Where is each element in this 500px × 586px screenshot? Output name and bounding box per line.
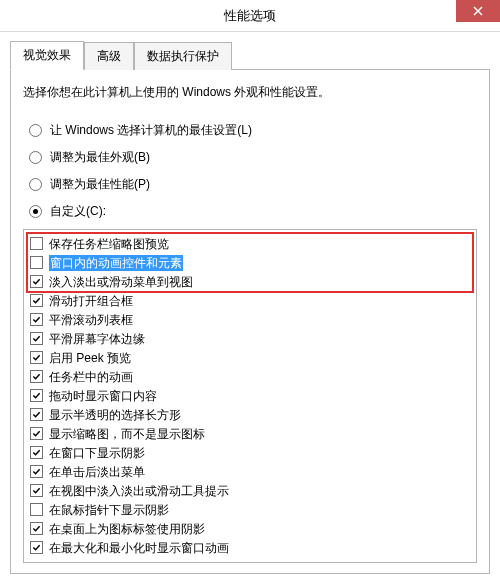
window-title: 性能选项 — [224, 7, 276, 25]
checkbox[interactable] — [30, 237, 43, 250]
effects-checklist[interactable]: 保存任务栏缩略图预览窗口内的动画控件和元素淡入淡出或滑动菜单到视图滑动打开组合框… — [23, 229, 477, 563]
tab-panel-visual-effects: 选择你想在此计算机上使用的 Windows 外观和性能设置。 让 Windows… — [10, 70, 490, 574]
tab-strip: 视觉效果高级数据执行保护 — [10, 40, 490, 70]
check-label: 在最大化和最小化时显示窗口动画 — [49, 540, 229, 556]
close-button[interactable] — [456, 0, 500, 22]
check-label: 显示半透明的选择长方形 — [49, 407, 181, 423]
checkbox[interactable] — [30, 408, 43, 421]
radio-indicator[interactable] — [29, 178, 42, 191]
check-label: 淡入淡出或滑动菜单到视图 — [49, 274, 193, 290]
check-label: 启用 Peek 预览 — [49, 350, 131, 366]
check-row-13[interactable]: 在视图中淡入淡出或滑动工具提示 — [28, 481, 472, 500]
tab-1[interactable]: 高级 — [84, 42, 134, 70]
check-label: 保存任务栏缩略图预览 — [49, 236, 169, 252]
check-row-12[interactable]: 在单击后淡出菜单 — [28, 462, 472, 481]
radio-label: 自定义(C): — [50, 203, 106, 220]
check-label: 平滑滚动列表框 — [49, 312, 133, 328]
annotation-highlight-box: 保存任务栏缩略图预览窗口内的动画控件和元素淡入淡出或滑动菜单到视图 — [26, 232, 474, 293]
check-label: 显示缩略图，而不是显示图标 — [49, 426, 205, 442]
checkbox[interactable] — [30, 484, 43, 497]
check-row-14[interactable]: 在鼠标指针下显示阴影 — [28, 500, 472, 519]
check-label: 平滑屏幕字体边缘 — [49, 331, 145, 347]
radio-label: 调整为最佳性能(P) — [50, 176, 150, 193]
check-row-10[interactable]: 显示缩略图，而不是显示图标 — [28, 424, 472, 443]
radio-option-2[interactable]: 调整为最佳性能(P) — [29, 171, 477, 198]
radio-option-3[interactable]: 自定义(C): — [29, 198, 477, 225]
check-row-0[interactable]: 保存任务栏缩略图预览 — [28, 234, 472, 253]
check-label: 拖动时显示窗口内容 — [49, 388, 157, 404]
titlebar: 性能选项 — [0, 0, 500, 32]
content-area: 视觉效果高级数据执行保护 选择你想在此计算机上使用的 Windows 外观和性能… — [0, 32, 500, 574]
check-label: 在鼠标指针下显示阴影 — [49, 502, 169, 518]
checkbox[interactable] — [30, 294, 43, 307]
check-row-7[interactable]: 任务栏中的动画 — [28, 367, 472, 386]
close-icon — [473, 6, 483, 16]
radio-label: 让 Windows 选择计算机的最佳设置(L) — [50, 122, 252, 139]
radio-indicator[interactable] — [29, 205, 42, 218]
check-row-5[interactable]: 平滑屏幕字体边缘 — [28, 329, 472, 348]
checkbox[interactable] — [30, 541, 43, 554]
radio-indicator[interactable] — [29, 124, 42, 137]
check-label: 滑动打开组合框 — [49, 293, 133, 309]
checkbox[interactable] — [30, 332, 43, 345]
radio-option-1[interactable]: 调整为最佳外观(B) — [29, 144, 477, 171]
check-row-3[interactable]: 滑动打开组合框 — [28, 291, 472, 310]
checkbox[interactable] — [30, 313, 43, 326]
panel-description: 选择你想在此计算机上使用的 Windows 外观和性能设置。 — [23, 84, 477, 101]
check-row-2[interactable]: 淡入淡出或滑动菜单到视图 — [28, 272, 472, 291]
radio-option-0[interactable]: 让 Windows 选择计算机的最佳设置(L) — [29, 117, 477, 144]
check-row-1[interactable]: 窗口内的动画控件和元素 — [28, 253, 472, 272]
checkbox[interactable] — [30, 522, 43, 535]
checkbox[interactable] — [30, 503, 43, 516]
checkbox[interactable] — [30, 427, 43, 440]
check-row-9[interactable]: 显示半透明的选择长方形 — [28, 405, 472, 424]
radio-group: 让 Windows 选择计算机的最佳设置(L)调整为最佳外观(B)调整为最佳性能… — [29, 117, 477, 225]
check-row-15[interactable]: 在桌面上为图标标签使用阴影 — [28, 519, 472, 538]
radio-label: 调整为最佳外观(B) — [50, 149, 150, 166]
tab-0[interactable]: 视觉效果 — [10, 41, 84, 70]
check-row-4[interactable]: 平滑滚动列表框 — [28, 310, 472, 329]
check-label: 窗口内的动画控件和元素 — [49, 255, 183, 271]
checkbox[interactable] — [30, 446, 43, 459]
checkbox[interactable] — [30, 370, 43, 383]
radio-indicator[interactable] — [29, 151, 42, 164]
check-row-6[interactable]: 启用 Peek 预览 — [28, 348, 472, 367]
checkbox[interactable] — [30, 275, 43, 288]
check-label: 任务栏中的动画 — [49, 369, 133, 385]
check-row-16[interactable]: 在最大化和最小化时显示窗口动画 — [28, 538, 472, 557]
check-row-11[interactable]: 在窗口下显示阴影 — [28, 443, 472, 462]
check-label: 在窗口下显示阴影 — [49, 445, 145, 461]
checkbox[interactable] — [30, 256, 43, 269]
tab-2[interactable]: 数据执行保护 — [134, 42, 232, 70]
check-label: 在单击后淡出菜单 — [49, 464, 145, 480]
checkbox[interactable] — [30, 465, 43, 478]
check-row-8[interactable]: 拖动时显示窗口内容 — [28, 386, 472, 405]
checkbox[interactable] — [30, 389, 43, 402]
check-label: 在桌面上为图标标签使用阴影 — [49, 521, 205, 537]
checkbox[interactable] — [30, 351, 43, 364]
check-label: 在视图中淡入淡出或滑动工具提示 — [49, 483, 229, 499]
